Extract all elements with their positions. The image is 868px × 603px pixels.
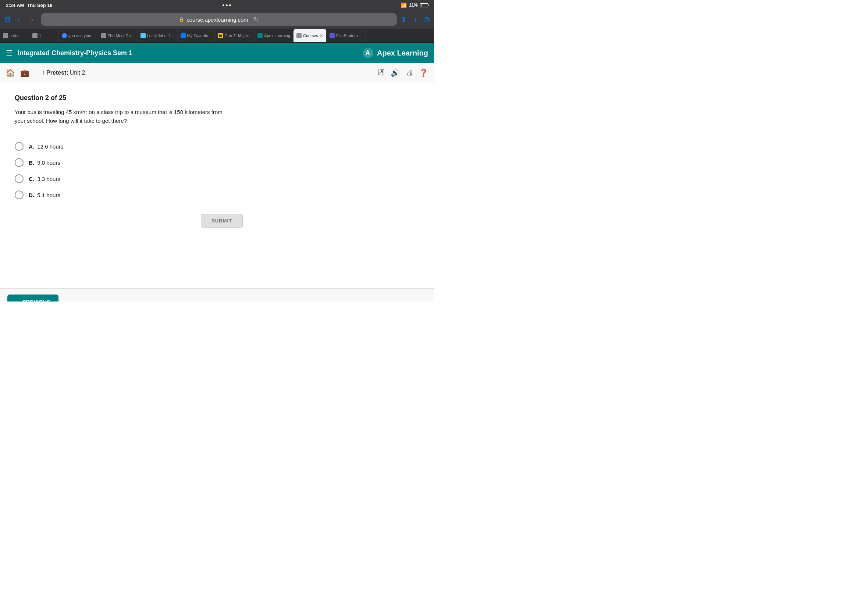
date: Thu Sep 19 xyxy=(27,3,52,8)
question-divider xyxy=(15,133,228,133)
browser-chrome: ⊟ ‹ › 🔒 course.apexlearning.com ↻ ⬆ ＋ ⧉ xyxy=(0,10,434,29)
tab-close-icon[interactable]: ✕ xyxy=(320,33,323,38)
share-button[interactable]: ⬆ xyxy=(401,15,407,24)
tab-genz[interactable]: BI Gen Z: Major... xyxy=(215,29,255,42)
submit-row: SUBMIT xyxy=(15,214,243,227)
help-icon[interactable]: ❓ xyxy=(419,68,428,77)
hamburger-menu[interactable]: ☰ xyxy=(6,48,12,57)
tab-favicon xyxy=(257,33,263,38)
time: 2:34 AM xyxy=(6,3,24,8)
status-bar-center xyxy=(223,5,231,6)
tab-courses[interactable]: Courses ✕ xyxy=(294,29,326,42)
apex-header: ☰ Integrated Chemistry-Physics Sem 1 A A… xyxy=(0,43,434,63)
print-icon[interactable]: 🖨 xyxy=(406,68,413,77)
submit-button[interactable]: SUBMIT xyxy=(201,214,243,227)
address-bar[interactable]: 🔒 course.apexlearning.com ↻ xyxy=(41,13,397,26)
tab-label: Local Jobs: 1... xyxy=(147,34,174,38)
tab-favicon xyxy=(32,33,37,38)
dot1 xyxy=(223,5,224,6)
answer-option-a[interactable]: A. 12.6 hours xyxy=(15,142,419,151)
svg-text:A: A xyxy=(365,49,370,57)
answer-options: A. 12.6 hours B. 9.0 hours C. 3.3 hours … xyxy=(15,142,419,199)
wifi-icon: 📶 xyxy=(401,3,407,8)
tab-google[interactable]: you use your... xyxy=(59,29,98,42)
tab-favicon xyxy=(296,33,302,38)
radio-d[interactable] xyxy=(15,190,23,199)
apex-logo-text: Apex Learning xyxy=(377,49,428,57)
dot3 xyxy=(229,5,231,6)
tabs-bar: cartri 1 you use your... The Most De... … xyxy=(0,29,434,43)
tab-myfav[interactable]: My Favorite... xyxy=(178,29,215,42)
tab-mostde[interactable]: The Most De... xyxy=(98,29,138,42)
tab-filo[interactable]: Filo Student:... xyxy=(326,29,365,42)
browser-actions: ⬆ ＋ ⧉ xyxy=(401,15,430,25)
tab-favicon: BI xyxy=(218,33,223,38)
tab-favicon xyxy=(181,33,186,38)
tab-label: 1 xyxy=(39,34,41,38)
tab-localjobs[interactable]: Local Jobs: 1... xyxy=(138,29,178,42)
toolbar: 🏠 💼 ↑ Pretest: Unit 2 译 🔊 🖨 ❓ xyxy=(0,63,434,82)
answer-label-c: C. 3.3 hours xyxy=(29,176,60,182)
audio-icon[interactable]: 🔊 xyxy=(391,68,400,77)
tab-favicon xyxy=(141,33,145,38)
tabs-button[interactable]: ⧉ xyxy=(424,15,430,24)
tab-label: The Most De... xyxy=(108,34,134,38)
answer-label-b: B. 9.0 hours xyxy=(29,159,60,166)
radio-c[interactable] xyxy=(15,174,23,183)
tab-label: Filo Student:... xyxy=(336,34,362,38)
tab-favicon xyxy=(3,33,8,38)
bottom-nav: ← PREVIOUS xyxy=(0,288,434,302)
status-bar-right: 📶 11% xyxy=(401,3,428,8)
battery-pct: 11% xyxy=(409,3,418,8)
tab-label: Gen Z: Major... xyxy=(224,34,251,38)
tab-label: you use your... xyxy=(68,34,95,38)
lock-icon: 🔒 xyxy=(179,17,184,22)
tab-favicon xyxy=(101,33,106,38)
battery-icon xyxy=(420,3,428,7)
briefcase-icon[interactable]: 💼 xyxy=(20,68,29,77)
tab-label: cartri xyxy=(9,34,19,38)
pretest-arrow-icon: ↑ xyxy=(42,70,45,76)
answer-option-d[interactable]: D. 5.1 hours xyxy=(15,190,419,199)
main-wrapper: Question 2 of 25 Your bus is traveling 4… xyxy=(0,82,434,302)
new-tab-button[interactable]: ＋ xyxy=(412,15,419,25)
home-icon[interactable]: 🏠 xyxy=(6,68,15,77)
browser-nav: ⊟ ‹ › xyxy=(5,15,37,24)
previous-button[interactable]: ← PREVIOUS xyxy=(7,295,59,302)
question-header: Question 2 of 25 xyxy=(15,94,419,102)
translate-icon[interactable]: 译 xyxy=(378,68,385,77)
status-bar: 2:34 AM Thu Sep 19 📶 11% xyxy=(0,0,434,10)
tab-apex[interactable]: Apex Learning xyxy=(255,29,294,42)
apex-logo: A Apex Learning xyxy=(362,47,428,59)
url-text: course.apexlearning.com xyxy=(186,17,248,23)
pretest-nav: ↑ Pretest: Unit 2 xyxy=(42,70,85,76)
toolbar-right: 译 🔊 🖨 ❓ xyxy=(378,68,428,77)
forward-button[interactable]: › xyxy=(27,16,37,23)
tab-label: Courses xyxy=(303,34,318,38)
tab-favicon xyxy=(62,33,67,38)
answer-label-d: D. 5.1 hours xyxy=(29,192,60,198)
tab-favicon xyxy=(330,33,335,38)
back-button[interactable]: ‹ xyxy=(14,16,24,23)
radio-b[interactable] xyxy=(15,158,23,167)
tab-num[interactable]: 1 xyxy=(29,29,59,42)
apex-logo-icon: A xyxy=(362,47,374,59)
question-text: Your bus is traveling 45 km/hr on a clas… xyxy=(15,108,228,125)
dot2 xyxy=(226,5,227,6)
tab-cartri[interactable]: cartri xyxy=(0,29,29,42)
reload-button[interactable]: ↻ xyxy=(254,15,259,23)
tab-label: My Favorite... xyxy=(187,34,212,38)
radio-a[interactable] xyxy=(15,142,23,151)
sidebar-button[interactable]: ⊟ xyxy=(5,15,11,24)
toolbar-left: 🏠 💼 ↑ Pretest: Unit 2 xyxy=(6,68,85,77)
course-title: Integrated Chemistry-Physics Sem 1 xyxy=(18,49,362,57)
answer-label-a: A. 12.6 hours xyxy=(29,144,63,150)
answer-option-b[interactable]: B. 9.0 hours xyxy=(15,158,419,167)
content-area: Question 2 of 25 Your bus is traveling 4… xyxy=(0,82,434,302)
status-bar-left: 2:34 AM Thu Sep 19 xyxy=(6,3,53,8)
tab-label: Apex Learning xyxy=(264,34,290,38)
pretest-unit: Unit 2 xyxy=(70,70,85,76)
pretest-label: Pretest: xyxy=(46,70,68,76)
answer-option-c[interactable]: C. 3.3 hours xyxy=(15,174,419,183)
